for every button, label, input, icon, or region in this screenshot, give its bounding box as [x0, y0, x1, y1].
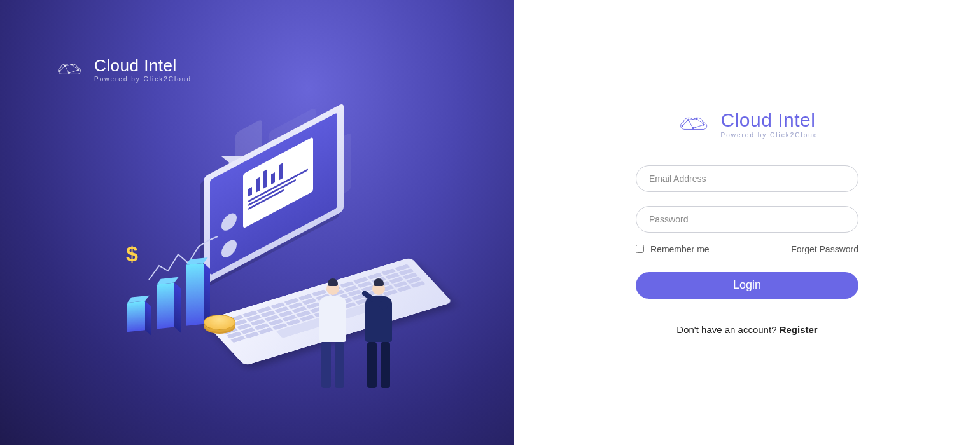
- remember-me[interactable]: Remember me: [636, 244, 710, 254]
- brand-logo-left: Cloud Intel Powered by Click2Cloud: [55, 57, 192, 83]
- login-form: Remember me Forget Password Login Don't …: [636, 165, 858, 335]
- dollar-sign-icon: $: [126, 242, 138, 266]
- forgot-password-link[interactable]: Forget Password: [791, 244, 858, 254]
- svg-line-9: [69, 70, 78, 73]
- remember-me-checkbox[interactable]: [636, 245, 644, 253]
- login-panel: Cloud Intel Powered by Click2Cloud Remem…: [514, 0, 980, 445]
- register-link[interactable]: Register: [780, 324, 818, 335]
- avatar-icon: [221, 237, 237, 261]
- triangle-icon: [221, 170, 249, 182]
- login-button[interactable]: Login: [636, 272, 858, 299]
- cloud-network-icon: [55, 58, 85, 81]
- svg-line-18: [688, 120, 692, 128]
- bg-card-icon: [235, 119, 262, 203]
- remember-me-label: Remember me: [650, 244, 710, 254]
- register-prompt: Don't have an account?: [676, 324, 779, 335]
- brand-subtitle-left: Powered by Click2Cloud: [94, 76, 192, 83]
- laptop-keyboard-icon: [203, 257, 452, 366]
- svg-line-8: [65, 66, 69, 73]
- bar-chart-icon: [127, 263, 204, 332]
- person-icon: [365, 282, 392, 388]
- brand-logo-right: Cloud Intel Powered by Click2Cloud: [676, 111, 818, 139]
- hero-panel: Cloud Intel Powered by Click2Cloud: [0, 0, 514, 445]
- triangle-icon: [221, 156, 249, 168]
- bg-card-icon: [322, 132, 351, 205]
- avatar-icon: [221, 210, 237, 234]
- laptop-screen-icon: [204, 103, 344, 285]
- svg-line-5: [60, 66, 65, 71]
- password-field[interactable]: [636, 206, 858, 233]
- register-line: Don't have an account? Register: [636, 324, 858, 335]
- person-icon: [319, 282, 346, 388]
- chart-card-icon: [243, 137, 313, 228]
- hero-illustration: $: [108, 121, 439, 394]
- brand-subtitle-right: Powered by Click2Cloud: [721, 132, 818, 139]
- svg-line-19: [693, 125, 704, 128]
- cloud-network-icon: [676, 111, 712, 138]
- coin-stack-icon: [204, 315, 235, 330]
- brand-title-right: Cloud Intel: [721, 111, 818, 130]
- brand-title-left: Cloud Intel: [94, 57, 192, 74]
- bg-card-icon: [269, 107, 316, 213]
- sparkline-icon: [146, 235, 223, 286]
- svg-line-15: [682, 120, 688, 125]
- email-field[interactable]: [636, 165, 858, 192]
